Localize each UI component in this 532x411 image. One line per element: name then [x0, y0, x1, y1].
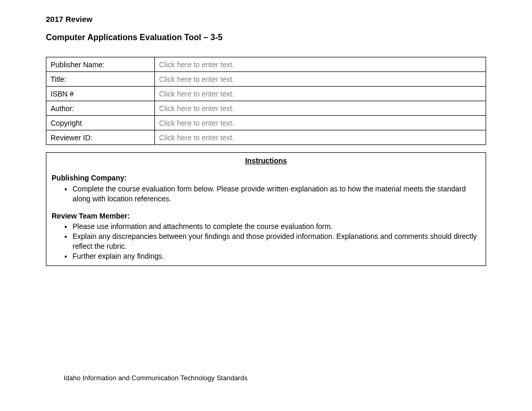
list-item: Complete the course evaluation form belo… [72, 184, 480, 204]
table-row: ISBN # Click here to enter text. [46, 87, 486, 101]
table-row: Author: Click here to enter text. [46, 101, 486, 116]
list-item: Explain any discrepancies between your f… [72, 232, 480, 251]
field-input-copyright[interactable]: Click here to enter text. [155, 116, 486, 130]
list-item: Please use information and attachments t… [72, 222, 480, 232]
footer-text: Idaho Information and Communication Tech… [64, 374, 247, 382]
field-label-isbn: ISBN # [46, 87, 155, 101]
field-input-publisher[interactable]: Click here to enter text. [155, 57, 486, 72]
review-team-list: Please use information and attachments t… [52, 222, 480, 261]
page-title: Computer Applications Evaluation Tool – … [46, 33, 486, 42]
table-row: Title: Click here to enter text. [46, 72, 486, 87]
field-label-reviewer-id: Reviewer ID: [46, 130, 155, 145]
field-input-title[interactable]: Click here to enter text. [155, 72, 486, 87]
field-input-reviewer-id[interactable]: Click here to enter text. [155, 130, 486, 145]
info-table: Publisher Name: Click here to enter text… [46, 57, 486, 145]
instructions-box: Instructions Publishing Company: Complet… [46, 152, 486, 266]
field-label-title: Title: [46, 72, 155, 87]
publishing-company-heading: Publishing Company: [52, 173, 480, 183]
table-row: Reviewer ID: Click here to enter text. [46, 130, 486, 145]
table-row: Copyright Click here to enter text. [46, 116, 486, 130]
review-year-heading: 2017 Review [46, 15, 486, 23]
field-label-author: Author: [46, 101, 155, 116]
field-label-copyright: Copyright [46, 116, 155, 130]
field-input-author[interactable]: Click here to enter text. [155, 101, 486, 116]
instructions-heading: Instructions [52, 156, 480, 166]
field-input-isbn[interactable]: Click here to enter text. [155, 87, 486, 101]
publishing-company-list: Complete the course evaluation form belo… [52, 184, 480, 204]
table-row: Publisher Name: Click here to enter text… [46, 57, 486, 72]
list-item: Further explain any findings. [72, 251, 480, 261]
review-team-heading: Review Team Member: [52, 211, 480, 221]
field-label-publisher: Publisher Name: [46, 57, 155, 72]
